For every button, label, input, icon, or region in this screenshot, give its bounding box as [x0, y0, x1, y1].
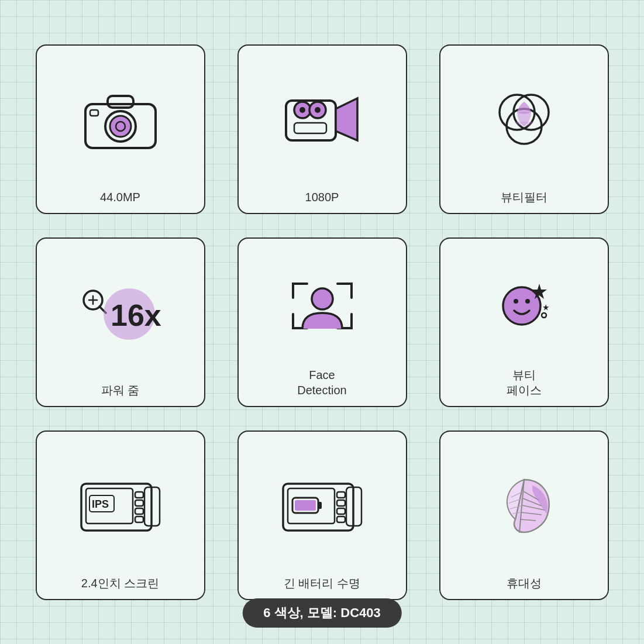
- svg-rect-12: [294, 123, 326, 133]
- card-battery: 긴 배터리 수명: [237, 431, 407, 600]
- card-portable: 휴대성: [439, 431, 609, 600]
- video-icon: [281, 56, 363, 184]
- svg-text:IPS: IPS: [92, 498, 109, 510]
- svg-rect-42: [337, 500, 345, 506]
- svg-point-25: [525, 299, 530, 304]
- card-beauty-face: 뷰티페이스: [439, 237, 609, 407]
- zoom-label: 파워 줌: [101, 383, 140, 398]
- svg-rect-33: [135, 508, 143, 514]
- face-detection-label: FaceDetection: [297, 367, 347, 398]
- svg-rect-41: [337, 492, 345, 498]
- camera-icon: [80, 56, 161, 184]
- svg-point-10: [299, 107, 305, 113]
- card-megapixel: 44.0MP: [36, 44, 205, 214]
- svg-rect-34: [135, 516, 143, 522]
- feature-grid: 44.0MP 1080P: [36, 44, 609, 600]
- battery-screen-icon: [278, 442, 366, 570]
- zoom-16x-icon: 16x: [77, 249, 164, 377]
- card-face-detection: FaceDetection: [237, 237, 407, 407]
- svg-point-11: [315, 107, 321, 113]
- svg-rect-1: [108, 96, 133, 108]
- beauty-face-label: 뷰티페이스: [507, 367, 542, 398]
- svg-point-26: [542, 313, 546, 318]
- video-label: 1080P: [305, 190, 339, 205]
- svg-rect-40: [295, 500, 316, 511]
- svg-rect-32: [135, 500, 143, 506]
- svg-point-22: [312, 288, 333, 309]
- portable-label: 휴대성: [507, 576, 542, 591]
- svg-text:16x: 16x: [111, 298, 161, 332]
- svg-rect-31: [135, 492, 143, 498]
- bottom-pill: 6 색상, 모델: DC403: [242, 598, 402, 628]
- svg-rect-5: [90, 110, 98, 116]
- card-video: 1080P: [237, 44, 407, 214]
- svg-marker-7: [336, 98, 357, 140]
- svg-rect-44: [337, 516, 345, 522]
- feather-icon: [483, 442, 565, 570]
- megapixel-label: 44.0MP: [100, 190, 140, 205]
- svg-point-3: [110, 116, 131, 137]
- beauty-filter-label: 뷰티필터: [501, 190, 547, 205]
- svg-rect-43: [337, 508, 345, 514]
- screen-label: 2.4인치 스크린: [81, 576, 159, 591]
- card-beauty-filter: 뷰티필터: [439, 44, 609, 214]
- beauty-face-icon: [483, 249, 565, 361]
- ips-screen-icon: IPS: [77, 442, 164, 570]
- battery-label: 긴 배터리 수명: [284, 576, 360, 591]
- color-filter-icon: [483, 56, 565, 184]
- svg-rect-39: [318, 502, 322, 509]
- svg-point-24: [514, 299, 518, 304]
- svg-point-23: [503, 287, 540, 325]
- card-screen: IPS 2.4인치 스크린: [36, 431, 205, 600]
- face-detection-icon: [281, 249, 363, 361]
- card-zoom: 16x 파워 줌: [36, 237, 205, 407]
